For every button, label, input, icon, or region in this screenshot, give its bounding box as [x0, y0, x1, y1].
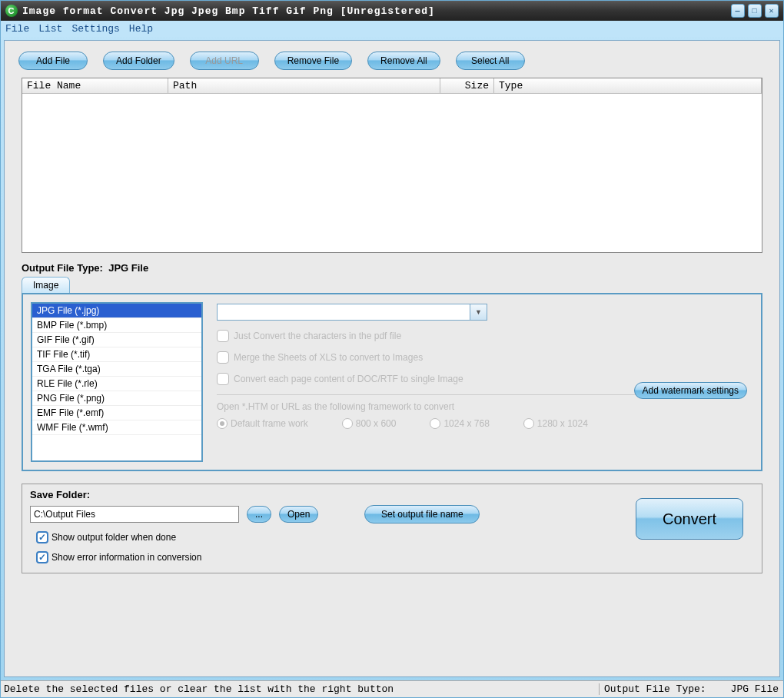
tab-image[interactable]: Image — [22, 277, 70, 293]
col-type[interactable]: Type — [494, 78, 762, 94]
maximize-button[interactable]: □ — [748, 4, 762, 18]
tab-strip: Image — [22, 277, 762, 293]
col-file-name[interactable]: File Name — [22, 78, 168, 94]
add-url-button: Add URL — [190, 52, 259, 70]
col-size[interactable]: Size — [440, 78, 494, 94]
close-button[interactable]: ✕ — [765, 4, 779, 18]
menubar: File List Settings Help — [1, 21, 783, 37]
window-title: Image format Convert Jpg Jpeg Bmp Tiff G… — [22, 5, 731, 17]
format-item-jpg[interactable]: JPG File (*.jpg) — [32, 304, 201, 318]
frame-1280: 1280 x 1024 — [523, 418, 588, 429]
titlebar: C Image format Convert Jpg Jpeg Bmp Tiff… — [1, 1, 783, 21]
menu-file[interactable]: File — [5, 23, 29, 35]
format-item-emf[interactable]: EMF File (*.emf) — [32, 406, 201, 420]
convert-button[interactable]: Convert — [636, 498, 743, 540]
opt-xls-merge-label: Merge the Sheets of XLS to convert to Im… — [234, 352, 423, 363]
format-item-tga[interactable]: TGA File (*.tga) — [32, 362, 201, 377]
checkbox-checked-icon: ✓ — [36, 551, 48, 563]
frame-default: Default frame work — [217, 418, 308, 429]
format-item-bmp[interactable]: BMP File (*.bmp) — [32, 318, 201, 333]
radio-icon — [523, 418, 534, 429]
file-list-header: File Name Path Size Type — [22, 78, 762, 94]
frame-section: Open *.HTM or URL as the following frame… — [217, 394, 746, 429]
opt-doc-pages-label: Convert each page content of DOC/RTF to … — [234, 374, 463, 384]
menu-settings[interactable]: Settings — [71, 23, 119, 35]
opt-pdf-chars: Just Convert the characters in the pdf f… — [217, 330, 753, 342]
open-folder-button[interactable]: Open — [279, 506, 318, 523]
options-combo-input[interactable] — [217, 304, 470, 321]
file-list-table[interactable]: File Name Path Size Type — [22, 78, 762, 253]
menu-list[interactable]: List — [38, 23, 62, 35]
add-watermark-button[interactable]: Add watermark settings — [634, 382, 747, 399]
add-folder-button[interactable]: Add Folder — [103, 52, 174, 70]
browse-button[interactable]: ... — [247, 506, 271, 523]
set-output-name-button[interactable]: Set output file name — [364, 505, 480, 524]
format-item-rle[interactable]: RLE File (*.rle) — [32, 377, 201, 391]
frame-800: 800 x 600 — [342, 418, 397, 429]
frame-1024: 1024 x 768 — [430, 418, 489, 429]
image-tab-panel: JPG File (*.jpg) BMP File (*.bmp) GIF Fi… — [22, 293, 762, 471]
add-file-button[interactable]: Add File — [18, 52, 88, 70]
window-controls: — □ ✕ — [731, 4, 779, 18]
opt-pdf-chars-label: Just Convert the characters in the pdf f… — [234, 331, 401, 341]
checkbox-checked-icon: ✓ — [36, 531, 48, 543]
checkbox-icon — [217, 373, 229, 385]
frame-label: Open *.HTM or URL as the following frame… — [217, 401, 746, 412]
status-output-type: Output File Type: JPG File — [599, 683, 783, 695]
app-window: C Image format Convert Jpg Jpeg Bmp Tiff… — [0, 0, 784, 698]
output-type-label: Output File Type: JPG File — [22, 262, 762, 274]
statusbar: Delete the selected files or clear the l… — [1, 680, 783, 697]
radio-icon — [217, 418, 228, 429]
show-output-folder-label: Show output folder when done — [51, 532, 176, 543]
format-item-tif[interactable]: TIF File (*.tif) — [32, 347, 201, 362]
show-errors-label: Show error information in conversion — [51, 552, 201, 563]
save-folder-input[interactable] — [30, 506, 239, 523]
options-combo: ▼ — [217, 304, 487, 321]
show-errors-checkbox[interactable]: ✓ Show error information in conversion — [36, 551, 754, 563]
col-path[interactable]: Path — [168, 78, 440, 94]
format-item-gif[interactable]: GIF File (*.gif) — [32, 333, 201, 347]
status-hint: Delete the selected files or clear the l… — [1, 683, 599, 695]
checkbox-icon — [217, 351, 229, 364]
minimize-button[interactable]: — — [731, 4, 745, 18]
checkbox-icon — [217, 330, 229, 342]
toolbar: Add File Add Folder Add URL Remove File … — [5, 41, 779, 78]
remove-all-button[interactable]: Remove All — [367, 52, 440, 70]
remove-file-button[interactable]: Remove File — [274, 52, 352, 70]
format-list[interactable]: JPG File (*.jpg) BMP File (*.bmp) GIF Fi… — [31, 302, 203, 462]
opt-xls-merge: Merge the Sheets of XLS to convert to Im… — [217, 351, 753, 364]
content-area: Add File Add Folder Add URL Remove File … — [4, 40, 780, 677]
options-combo-dropdown[interactable]: ▼ — [470, 304, 487, 321]
format-item-wmf[interactable]: WMF File (*.wmf) — [32, 420, 201, 435]
options-column: ▼ Just Convert the characters in the pdf… — [217, 302, 753, 462]
menu-help[interactable]: Help — [129, 23, 153, 35]
select-all-button[interactable]: Select All — [456, 52, 525, 70]
format-item-png[interactable]: PNG File (*.png) — [32, 391, 201, 406]
radio-icon — [342, 418, 353, 429]
save-folder-panel: Save Folder: ... Open Set output file na… — [22, 484, 762, 573]
radio-icon — [430, 418, 440, 429]
app-icon: C — [5, 5, 18, 17]
